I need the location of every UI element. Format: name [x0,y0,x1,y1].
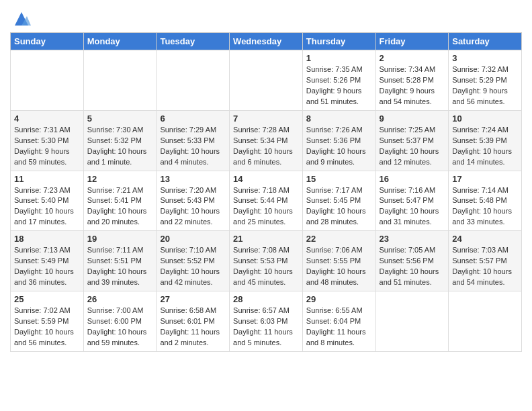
day-number: 20 [160,234,226,244]
day-info: Sunrise: 7:14 AM Sunset: 5:48 PM Dayligh… [452,185,518,228]
day-info: Sunrise: 7:16 AM Sunset: 5:47 PM Dayligh… [380,185,445,228]
day-number: 27 [160,294,226,304]
week-row-1: 1Sunrise: 7:35 AM Sunset: 5:26 PM Daylig… [11,50,522,111]
calendar-cell: 16Sunrise: 7:16 AM Sunset: 5:47 PM Dayli… [375,171,449,231]
calendar-cell: 4Sunrise: 7:31 AM Sunset: 5:30 PM Daylig… [11,110,84,171]
day-info: Sunrise: 7:25 AM Sunset: 5:37 PM Dayligh… [380,125,445,168]
day-number: 3 [452,53,518,63]
logo [10,9,31,28]
day-number: 6 [160,113,226,124]
day-info: Sunrise: 7:21 AM Sunset: 5:41 PM Dayligh… [87,185,153,228]
calendar-cell: 17Sunrise: 7:14 AM Sunset: 5:48 PM Dayli… [449,171,522,231]
calendar-cell: 10Sunrise: 7:24 AM Sunset: 5:39 PM Dayli… [449,110,522,171]
calendar-cell: 3Sunrise: 7:32 AM Sunset: 5:29 PM Daylig… [449,50,522,111]
week-row-5: 25Sunrise: 7:02 AM Sunset: 5:59 PM Dayli… [11,291,522,352]
calendar-cell: 20Sunrise: 7:10 AM Sunset: 5:52 PM Dayli… [157,231,230,291]
calendar-cell: 6Sunrise: 7:29 AM Sunset: 5:33 PM Daylig… [157,110,230,171]
day-number: 19 [87,234,153,244]
calendar-cell: 7Sunrise: 7:28 AM Sunset: 5:34 PM Daylig… [230,110,303,171]
calendar-cell: 14Sunrise: 7:18 AM Sunset: 5:44 PM Dayli… [230,171,303,231]
day-info: Sunrise: 7:18 AM Sunset: 5:44 PM Dayligh… [233,185,299,228]
week-row-2: 4Sunrise: 7:31 AM Sunset: 5:30 PM Daylig… [11,110,522,171]
day-info: Sunrise: 7:08 AM Sunset: 5:53 PM Dayligh… [233,245,299,288]
day-info: Sunrise: 7:05 AM Sunset: 5:56 PM Dayligh… [380,245,445,288]
day-info: Sunrise: 7:31 AM Sunset: 5:30 PM Dayligh… [14,125,80,168]
day-number: 16 [380,174,445,184]
day-info: Sunrise: 7:29 AM Sunset: 5:33 PM Dayligh… [160,125,226,168]
day-info: Sunrise: 7:11 AM Sunset: 5:51 PM Dayligh… [87,245,153,288]
day-number: 11 [14,174,80,184]
column-header-wednesday: Wednesday [230,33,303,50]
day-number: 13 [160,174,226,184]
calendar-cell [375,291,449,352]
calendar-cell: 8Sunrise: 7:26 AM Sunset: 5:36 PM Daylig… [302,110,375,171]
day-info: Sunrise: 6:57 AM Sunset: 6:03 PM Dayligh… [233,306,299,349]
calendar-cell [230,50,303,111]
day-info: Sunrise: 7:34 AM Sunset: 5:28 PM Dayligh… [380,64,445,107]
day-number: 18 [14,234,80,244]
calendar-cell: 19Sunrise: 7:11 AM Sunset: 5:51 PM Dayli… [83,231,157,291]
calendar-cell: 21Sunrise: 7:08 AM Sunset: 5:53 PM Dayli… [230,231,303,291]
calendar-cell: 22Sunrise: 7:06 AM Sunset: 5:55 PM Dayli… [302,231,375,291]
day-number: 10 [452,113,518,124]
day-number: 29 [306,294,372,304]
day-number: 15 [306,174,372,184]
day-number: 5 [87,113,153,124]
column-header-friday: Friday [375,33,449,50]
calendar-cell: 24Sunrise: 7:03 AM Sunset: 5:57 PM Dayli… [449,231,522,291]
calendar-cell [157,50,230,111]
calendar-cell [11,50,84,111]
column-header-tuesday: Tuesday [157,33,230,50]
calendar-cell: 9Sunrise: 7:25 AM Sunset: 5:37 PM Daylig… [375,110,449,171]
calendar-body: 1Sunrise: 7:35 AM Sunset: 5:26 PM Daylig… [11,50,522,352]
header-row: SundayMondayTuesdayWednesdayThursdayFrid… [11,33,522,50]
week-row-3: 11Sunrise: 7:23 AM Sunset: 5:40 PM Dayli… [11,171,522,231]
day-info: Sunrise: 7:23 AM Sunset: 5:40 PM Dayligh… [14,185,80,228]
calendar-cell [83,50,157,111]
day-number: 26 [87,294,153,304]
day-info: Sunrise: 7:24 AM Sunset: 5:39 PM Dayligh… [452,125,518,168]
day-number: 7 [233,113,299,124]
logo-icon [12,9,31,28]
day-info: Sunrise: 7:17 AM Sunset: 5:45 PM Dayligh… [306,185,372,228]
calendar-cell: 18Sunrise: 7:13 AM Sunset: 5:49 PM Dayli… [11,231,84,291]
day-info: Sunrise: 7:30 AM Sunset: 5:32 PM Dayligh… [87,125,153,168]
day-info: Sunrise: 7:13 AM Sunset: 5:49 PM Dayligh… [14,245,80,288]
calendar-cell: 26Sunrise: 7:00 AM Sunset: 6:00 PM Dayli… [83,291,157,352]
day-number: 12 [87,174,153,184]
day-info: Sunrise: 7:20 AM Sunset: 5:43 PM Dayligh… [160,185,226,228]
day-number: 17 [452,174,518,184]
page-header [10,7,522,28]
day-number: 14 [233,174,299,184]
column-header-monday: Monday [83,33,157,50]
calendar-cell: 27Sunrise: 6:58 AM Sunset: 6:01 PM Dayli… [157,291,230,352]
day-number: 25 [14,294,80,304]
week-row-4: 18Sunrise: 7:13 AM Sunset: 5:49 PM Dayli… [11,231,522,291]
calendar-cell: 15Sunrise: 7:17 AM Sunset: 5:45 PM Dayli… [302,171,375,231]
day-info: Sunrise: 7:28 AM Sunset: 5:34 PM Dayligh… [233,125,299,168]
day-info: Sunrise: 7:10 AM Sunset: 5:52 PM Dayligh… [160,245,226,288]
day-info: Sunrise: 6:55 AM Sunset: 6:04 PM Dayligh… [306,306,372,349]
day-info: Sunrise: 7:06 AM Sunset: 5:55 PM Dayligh… [306,245,372,288]
day-number: 28 [233,294,299,304]
calendar-cell: 1Sunrise: 7:35 AM Sunset: 5:26 PM Daylig… [302,50,375,111]
column-header-sunday: Sunday [11,33,84,50]
calendar-header: SundayMondayTuesdayWednesdayThursdayFrid… [11,33,522,50]
day-info: Sunrise: 6:58 AM Sunset: 6:01 PM Dayligh… [160,306,226,349]
day-number: 8 [306,113,372,124]
day-info: Sunrise: 7:32 AM Sunset: 5:29 PM Dayligh… [452,64,518,107]
calendar-cell: 5Sunrise: 7:30 AM Sunset: 5:32 PM Daylig… [83,110,157,171]
calendar-cell: 28Sunrise: 6:57 AM Sunset: 6:03 PM Dayli… [230,291,303,352]
day-number: 9 [380,113,445,124]
day-info: Sunrise: 7:02 AM Sunset: 5:59 PM Dayligh… [14,306,80,349]
day-number: 2 [380,53,445,63]
calendar-cell: 12Sunrise: 7:21 AM Sunset: 5:41 PM Dayli… [83,171,157,231]
day-info: Sunrise: 7:03 AM Sunset: 5:57 PM Dayligh… [452,245,518,288]
day-info: Sunrise: 7:00 AM Sunset: 6:00 PM Dayligh… [87,306,153,349]
calendar-cell: 13Sunrise: 7:20 AM Sunset: 5:43 PM Dayli… [157,171,230,231]
day-number: 4 [14,113,80,124]
calendar-cell: 25Sunrise: 7:02 AM Sunset: 5:59 PM Dayli… [11,291,84,352]
day-number: 21 [233,234,299,244]
column-header-saturday: Saturday [449,33,522,50]
day-number: 1 [306,53,372,63]
